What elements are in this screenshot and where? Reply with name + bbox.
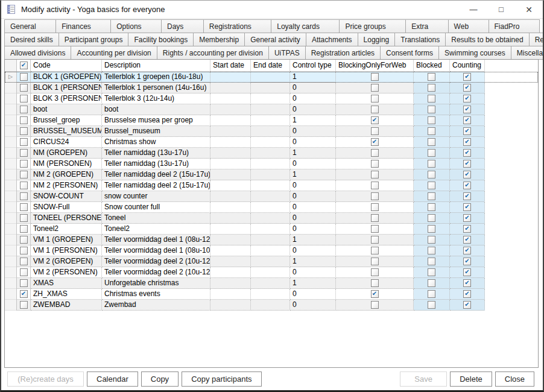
cell-blocked[interactable] <box>414 169 450 180</box>
cell-blocked[interactable] <box>414 213 450 224</box>
tab-allowed-divisions[interactable]: Allowed divisions <box>4 46 71 60</box>
grid-row[interactable]: BRUSSEL_MUSEUMSBrussel_museum0 <box>5 126 538 137</box>
cell-blocked[interactable] <box>414 235 450 245</box>
cell-blocking-only-for-web[interactable] <box>336 267 414 278</box>
select-all-header-cell[interactable] <box>17 60 31 72</box>
cell-counting[interactable] <box>450 93 485 104</box>
cell-blocking-only-for-web[interactable] <box>336 289 414 300</box>
close-button[interactable]: Close <box>495 371 534 387</box>
blocking-only-for-web-checkbox[interactable] <box>371 127 379 135</box>
column-header-blockingonlyforweb[interactable]: BlockingOnlyForWeb <box>336 60 414 72</box>
blocked-checkbox[interactable] <box>428 138 435 146</box>
blocking-only-for-web-checkbox[interactable] <box>371 160 379 168</box>
tab-accounting-per-division[interactable]: Accounting per division <box>71 46 157 60</box>
cell-counting[interactable] <box>450 72 485 83</box>
blocking-only-for-web-checkbox[interactable] <box>371 236 379 244</box>
blocking-only-for-web-checkbox[interactable] <box>371 95 379 103</box>
blocked-checkbox[interactable] <box>428 149 435 157</box>
row-select-checkbox[interactable] <box>20 203 28 211</box>
cell-blocking-only-for-web[interactable] <box>336 115 414 126</box>
select-all-checkbox[interactable] <box>20 62 28 69</box>
counting-checkbox[interactable] <box>463 203 471 211</box>
cell-blocked[interactable] <box>414 104 450 115</box>
tab-participant-groups[interactable]: Participant groups <box>59 33 129 46</box>
tab-facility-bookings[interactable]: Facility bookings <box>128 33 194 46</box>
counting-checkbox[interactable] <box>463 268 471 276</box>
row-select-cell[interactable] <box>17 300 31 311</box>
column-header-start-date[interactable]: Start date <box>210 60 251 72</box>
cell-blocking-only-for-web[interactable] <box>336 159 414 169</box>
blocked-checkbox[interactable] <box>428 214 435 222</box>
counting-checkbox[interactable] <box>463 214 471 222</box>
row-select-cell[interactable] <box>17 137 31 148</box>
row-select-checkbox[interactable] <box>20 182 28 189</box>
cell-blocked[interactable] <box>414 300 450 311</box>
tab-loyalty-cards[interactable]: Loyalty cards <box>271 19 340 33</box>
tab-translations[interactable]: Translations <box>394 33 446 46</box>
grid-row[interactable]: BLOK 1 (PERSONEN)Tellerblok 1 personen (… <box>5 83 538 93</box>
cell-blocked[interactable] <box>414 93 450 104</box>
cell-blocking-only-for-web[interactable] <box>336 235 414 245</box>
grid-row[interactable]: XMASUnforgetable christmas1 <box>5 278 538 289</box>
row-select-checkbox[interactable] <box>20 236 28 244</box>
cell-blocking-only-for-web[interactable] <box>336 72 414 83</box>
blocked-checkbox[interactable] <box>428 116 435 124</box>
cell-blocking-only-for-web[interactable] <box>336 137 414 148</box>
grid-row[interactable]: SNOW-FullSnow counter full0 <box>5 202 538 213</box>
counting-checkbox[interactable] <box>463 116 471 124</box>
blocked-checkbox[interactable] <box>428 192 435 200</box>
row-select-cell[interactable] <box>17 235 31 245</box>
blocking-only-for-web-checkbox[interactable] <box>371 268 379 276</box>
counting-checkbox[interactable] <box>463 192 471 200</box>
row-select-cell[interactable] <box>17 180 31 191</box>
row-select-cell[interactable] <box>17 278 31 289</box>
counting-checkbox[interactable] <box>463 160 471 168</box>
blocking-only-for-web-checkbox[interactable] <box>371 182 379 189</box>
cell-blocked[interactable] <box>414 180 450 191</box>
blocking-only-for-web-checkbox[interactable] <box>371 214 379 222</box>
cell-blocking-only-for-web[interactable] <box>336 202 414 213</box>
cell-blocking-only-for-web[interactable] <box>336 83 414 93</box>
row-select-cell[interactable] <box>17 267 31 278</box>
blocked-checkbox[interactable] <box>428 301 435 309</box>
cell-blocked[interactable] <box>414 126 450 137</box>
tab-general-activity[interactable]: General activity <box>244 33 306 46</box>
blocking-only-for-web-checkbox[interactable] <box>371 84 379 92</box>
cell-counting[interactable] <box>450 278 485 289</box>
row-select-cell[interactable] <box>17 148 31 159</box>
cell-blocked[interactable] <box>414 148 450 159</box>
blocked-checkbox[interactable] <box>428 225 435 233</box>
cell-blocking-only-for-web[interactable] <box>336 224 414 235</box>
blocking-only-for-web-checkbox[interactable] <box>371 106 379 113</box>
counting-checkbox[interactable] <box>463 182 471 189</box>
blocked-checkbox[interactable] <box>428 95 435 103</box>
cell-counting[interactable] <box>450 256 485 267</box>
tab-price-groups[interactable]: Price groups <box>339 19 406 33</box>
cell-blocking-only-for-web[interactable] <box>336 300 414 311</box>
maximize-button[interactable]: □ <box>487 1 515 18</box>
row-select-cell[interactable] <box>17 245 31 256</box>
blocked-checkbox[interactable] <box>428 279 435 287</box>
row-select-checkbox[interactable] <box>20 127 28 135</box>
blocked-checkbox[interactable] <box>428 258 435 265</box>
row-select-cell[interactable] <box>17 224 31 235</box>
cell-counting[interactable] <box>450 224 485 235</box>
tab-results-to-be-obtained[interactable]: Results to be obtained <box>445 33 529 46</box>
row-select-checkbox[interactable] <box>20 268 28 276</box>
row-select-checkbox[interactable] <box>20 171 28 179</box>
blocked-checkbox[interactable] <box>428 182 435 189</box>
grid-row[interactable]: ZWEMBADZwembad0 <box>5 300 538 311</box>
cell-counting[interactable] <box>450 83 485 93</box>
row-select-checkbox[interactable] <box>20 214 28 222</box>
cell-blocked[interactable] <box>414 159 450 169</box>
close-button[interactable]: ✕ <box>515 1 543 18</box>
cell-blocked[interactable] <box>414 256 450 267</box>
cell-counting[interactable] <box>450 202 485 213</box>
cell-blocked[interactable] <box>414 267 450 278</box>
cell-blocked[interactable] <box>414 137 450 148</box>
blocked-checkbox[interactable] <box>428 247 435 254</box>
grid-row[interactable]: VM 2 (PERSONEN)Teller voormiddag deel 2 … <box>5 267 538 278</box>
blocked-checkbox[interactable] <box>428 84 435 92</box>
blocking-only-for-web-checkbox[interactable] <box>371 290 379 298</box>
cell-blocking-only-for-web[interactable] <box>336 191 414 202</box>
